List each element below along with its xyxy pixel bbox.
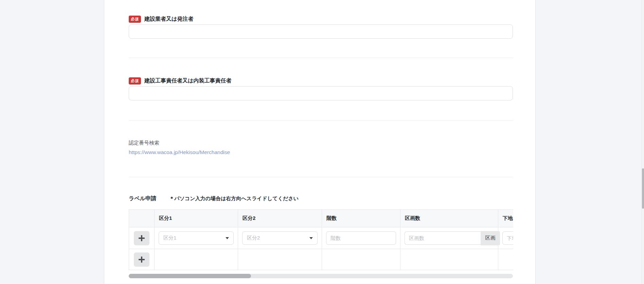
field-contractor-label-row: 必須 建設業者又は発注者 — [129, 15, 193, 23]
certification-search-label: 認定番号検索 — [129, 140, 159, 146]
col-header-kukakusu: 区画数 — [400, 210, 498, 227]
table-cell-empty — [400, 249, 498, 270]
label-application-table: 区分1 区分2 階数 区画数 下地 区分1 — [129, 209, 513, 270]
kaisu-cell — [322, 227, 400, 249]
plus-icon — [139, 235, 145, 241]
field-label-contractor: 建設業者又は発注者 — [144, 16, 193, 23]
field-manager-label-row: 必須 建設工事責任者又は内装工事責任者 — [129, 77, 231, 85]
table-cell-empty — [155, 249, 238, 270]
chevron-down-icon — [226, 237, 229, 239]
kubun2-select-placeholder: 区分2 — [247, 235, 260, 241]
plus-icon — [139, 257, 145, 263]
kukakusu-input-group: 区画 — [405, 231, 494, 245]
col-header-shitaji: 下地 — [498, 210, 514, 227]
horizontal-scrollbar[interactable] — [129, 274, 513, 278]
horizontal-scrollbar-thumb[interactable] — [129, 274, 251, 278]
table-row — [129, 249, 514, 270]
kubun1-select[interactable]: 区分1 — [159, 231, 234, 245]
section-divider — [129, 177, 513, 177]
form-card: 必須 建設業者又は発注者 必須 建設工事責任者又は内装工事責任者 認定番号検索 … — [104, 0, 536, 284]
add-cell — [129, 227, 155, 249]
kubun1-select-placeholder: 区分1 — [163, 235, 176, 241]
label-application-title: ラベル申請 — [129, 195, 156, 202]
col-header-kubun2: 区分2 — [238, 210, 322, 227]
label-application-table-scroll-area[interactable]: 区分1 区分2 階数 区画数 下地 区分1 — [129, 209, 513, 272]
col-header-add — [129, 210, 155, 227]
kubun2-cell: 区分2 — [238, 227, 322, 249]
kaisu-input[interactable] — [326, 231, 396, 245]
section-divider — [129, 120, 513, 120]
kukakusu-input[interactable] — [405, 231, 481, 245]
kubun2-select[interactable]: 区分2 — [242, 231, 318, 245]
kubun1-cell: 区分1 — [155, 227, 238, 249]
shitaji-input[interactable] — [502, 231, 513, 245]
kukaku-unit-label: 区画 — [481, 231, 500, 245]
shitaji-cell — [498, 227, 514, 249]
table-cell-empty — [498, 249, 514, 270]
field-label-construction-manager: 建設工事責任者又は内装工事責任者 — [144, 77, 231, 84]
form-content: 必須 建設業者又は発注者 必須 建設工事責任者又は内装工事責任者 認定番号検索 … — [129, 0, 513, 284]
col-header-kaisu: 階数 — [322, 210, 400, 227]
kukakusu-cell: 区画 — [400, 227, 498, 249]
add-cell — [129, 249, 155, 270]
certification-search-link[interactable]: https://www.wacoa.jp/Hekisou/Merchandise — [129, 149, 230, 155]
table-cell-empty — [238, 249, 322, 270]
required-badge: 必須 — [129, 16, 141, 23]
chevron-down-icon — [309, 237, 313, 239]
label-application-heading: ラベル申請 ＊パソコン入力の場合は右方向へスライドしてください — [129, 195, 299, 202]
col-header-kubun1: 区分1 — [155, 210, 238, 227]
table-row: 区分1 区分2 — [129, 227, 514, 249]
table-header-row: 区分1 区分2 階数 区画数 下地 — [129, 210, 514, 227]
slide-right-note: ＊パソコン入力の場合は右方向へスライドしてください — [169, 195, 299, 202]
construction-manager-input[interactable] — [129, 86, 513, 100]
section-divider — [129, 58, 513, 58]
contractor-input[interactable] — [129, 24, 513, 39]
add-row-button[interactable] — [134, 252, 149, 267]
table-cell-empty — [322, 249, 400, 270]
vertical-scrollbar[interactable] — [641, 0, 644, 284]
vertical-scrollbar-thumb[interactable] — [642, 168, 644, 209]
required-badge: 必須 — [129, 77, 141, 84]
add-row-button[interactable] — [134, 231, 149, 245]
